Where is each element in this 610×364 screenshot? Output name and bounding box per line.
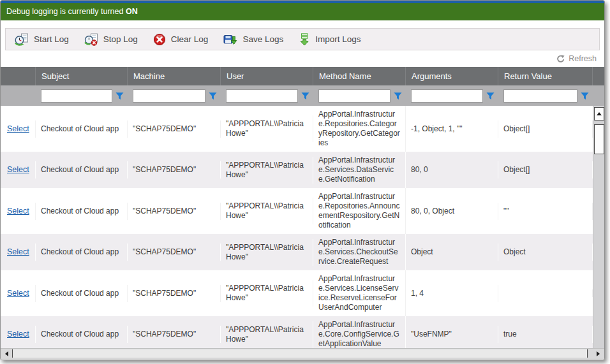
table-header-row: SubjectMachineUserMethod NameArgumentsRe… [1, 67, 604, 85]
clear-log-icon [153, 33, 166, 46]
clear-log-label: Clear Log [171, 34, 209, 44]
save-logs-button[interactable]: Save Logs [217, 29, 292, 50]
select-cell: Select [1, 244, 36, 261]
right-arrow-icon [597, 351, 600, 356]
select-cell: Select [1, 203, 36, 220]
horizontal-scrollbar[interactable] [1, 348, 604, 359]
table-row: SelectCheckout of Cloud app"SCHAP75DEMO"… [1, 316, 593, 348]
up-arrow-icon [597, 112, 602, 115]
cell-subject: Checkout of Cloud app [36, 285, 128, 302]
select-link[interactable]: Select [7, 330, 29, 339]
cell-method: AppPortal.Infrastructure.Core.ConfigServ… [313, 316, 406, 348]
cell-user: "APPPORTAL\\PatriciaHowe" [221, 239, 313, 266]
filter-input-user[interactable] [226, 89, 298, 103]
select-cell: Select [1, 161, 36, 178]
cell-args: 80, 0, Object [406, 203, 498, 220]
cell-ret: "" [498, 203, 593, 220]
cell-ret: Object [498, 244, 593, 261]
table-row: SelectCheckout of Cloud app"SCHAP75DEMO"… [1, 152, 593, 188]
filter-icon[interactable] [301, 92, 309, 100]
refresh-button[interactable]: Refresh [556, 54, 597, 63]
column-header-method-name[interactable]: Method Name [313, 67, 406, 85]
cell-args: 1, 4 [406, 285, 498, 302]
cell-user: "APPPORTAL\\PatriciaHowe" [221, 198, 313, 224]
column-header-return-value[interactable]: Return Value [498, 67, 593, 85]
select-link[interactable]: Select [7, 207, 29, 215]
column-header-arguments[interactable]: Arguments [406, 67, 498, 85]
table-row: SelectCheckout of Cloud app"SCHAP75DEMO"… [1, 106, 593, 152]
debug-log-window: Debug logging is currently turned ON Sta… [0, 0, 605, 360]
cell-machine: "SCHAP75DEMO" [128, 161, 221, 178]
banner-state: ON [126, 7, 138, 16]
filter-cell-method-name [313, 89, 406, 103]
vertical-scroll-thumb[interactable] [594, 124, 604, 154]
cell-subject: Checkout of Cloud app [36, 203, 128, 220]
save-logs-icon [223, 33, 237, 46]
filter-input-subject[interactable] [41, 89, 112, 103]
filter-input-machine[interactable] [133, 89, 205, 103]
table-row: SelectCheckout of Cloud app"SCHAP75DEMO"… [1, 188, 593, 234]
filter-input-method-name[interactable] [318, 89, 391, 103]
banner-text: Debug logging is currently turned [6, 7, 123, 16]
start-log-label: Start Log [34, 34, 69, 44]
select-cell: Select [1, 326, 36, 343]
filter-cell-subject [36, 89, 128, 103]
scroll-up-button[interactable] [594, 107, 604, 120]
table-filter-row [1, 85, 604, 106]
cell-subject: Checkout of Cloud app [36, 326, 128, 343]
filter-icon[interactable] [486, 92, 495, 100]
cell-user: "APPPORTAL\\PatriciaHowe" [221, 280, 313, 307]
horizontal-scroll-thumb[interactable] [12, 349, 588, 358]
filter-input-return-value[interactable] [503, 89, 577, 103]
filter-icon[interactable] [209, 92, 217, 100]
filter-icon[interactable] [115, 92, 124, 100]
stop-log-icon [84, 33, 98, 46]
select-link[interactable]: Select [7, 165, 29, 174]
stop-log-label: Stop Log [103, 34, 138, 44]
table-row: SelectCheckout of Cloud app"SCHAP75DEMO"… [1, 270, 593, 316]
cell-user: "APPPORTAL\\PatriciaHowe" [221, 115, 313, 142]
cell-ret [498, 289, 593, 297]
filter-input-arguments[interactable] [411, 89, 483, 103]
header-select-column [1, 67, 36, 85]
import-logs-button[interactable]: Import Logs [292, 29, 369, 50]
cell-method: AppPortal.Infrastructure.Services.Checko… [313, 234, 406, 270]
import-logs-icon [299, 33, 310, 46]
clear-log-button[interactable]: Clear Log [147, 29, 218, 50]
scrollbar-spacer [593, 67, 605, 85]
table-rows: SelectCheckout of Cloud app"SCHAP75DEMO"… [1, 106, 593, 348]
cell-user: "APPPORTAL\\PatriciaHowe" [221, 321, 313, 348]
vertical-scrollbar[interactable] [593, 106, 604, 348]
filter-icon[interactable] [581, 92, 589, 100]
filter-cell-arguments [406, 89, 498, 103]
filter-cell-return-value [498, 89, 593, 103]
column-header-subject[interactable]: Subject [36, 67, 128, 85]
cell-subject: Checkout of Cloud app [36, 244, 128, 261]
toolbar-container: Start Log Stop Log [1, 20, 604, 50]
cell-ret: Object[] [498, 120, 593, 138]
column-header-machine[interactable]: Machine [128, 67, 221, 85]
stop-log-button[interactable]: Stop Log [78, 29, 147, 50]
filter-cell-machine [128, 89, 221, 103]
select-link[interactable]: Select [7, 289, 29, 298]
scroll-right-button[interactable] [593, 349, 603, 358]
select-cell: Select [1, 285, 36, 302]
scroll-left-button[interactable] [2, 349, 11, 358]
cell-machine: "SCHAP75DEMO" [128, 285, 221, 302]
start-log-icon [15, 33, 29, 46]
start-log-button[interactable]: Start Log [8, 29, 78, 50]
cell-method: AppPortal.Infrastructure.Repositories.An… [313, 188, 406, 234]
refresh-row: Refresh [1, 50, 604, 67]
cell-machine: "SCHAP75DEMO" [128, 244, 221, 261]
cell-args: 80, 0 [406, 161, 498, 178]
cell-user: "APPPORTAL\\PatriciaHowe" [221, 157, 313, 184]
import-logs-label: Import Logs [315, 34, 361, 44]
filter-icon[interactable] [394, 92, 402, 100]
column-header-user[interactable]: User [221, 67, 313, 85]
cell-ret: true [498, 326, 593, 343]
save-logs-label: Save Logs [242, 34, 283, 44]
log-toolbar: Start Log Stop Log [5, 28, 600, 50]
refresh-icon [556, 55, 565, 63]
select-link[interactable]: Select [7, 247, 29, 256]
select-link[interactable]: Select [7, 124, 29, 133]
